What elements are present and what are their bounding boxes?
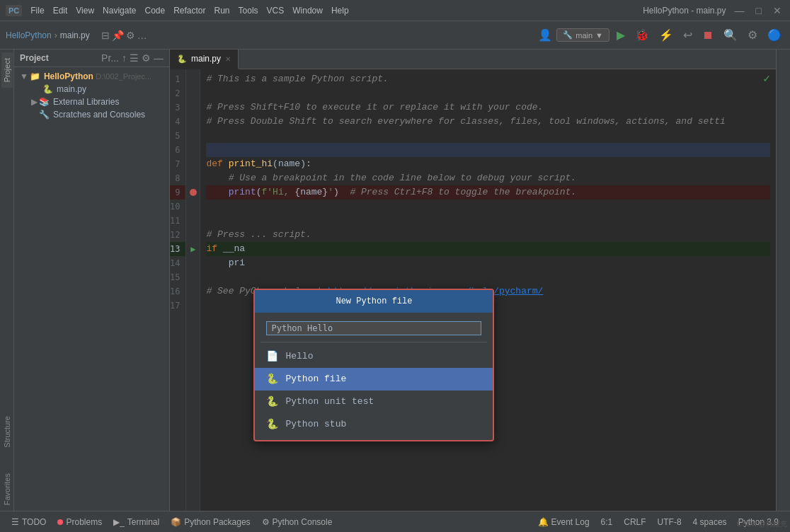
tree-item-mainpy[interactable]: 🐍 main.py [14, 83, 169, 96]
menu-refactor[interactable]: Refactor [173, 6, 205, 16]
sidebar-tab-project[interactable]: Project [1, 52, 13, 88]
ln-17: 17 [170, 299, 185, 313]
code-line-5 [206, 129, 770, 143]
code-line-11 [206, 214, 770, 228]
pin-button[interactable]: 📌 [112, 30, 124, 41]
up-icon[interactable]: ↑ [122, 52, 127, 64]
settings-toolbar-button[interactable]: ⚙ [745, 27, 760, 43]
status-position[interactable]: 6:1 [595, 511, 619, 533]
tab-bar: 🐍 main.py ✕ [170, 50, 776, 69]
tab-close-button[interactable]: ✕ [225, 55, 231, 63]
todo-label: TODO [22, 517, 46, 527]
code-editor: 1 2 3 4 5 6 7 8 9 10 11 12 13 14 15 16 1… [170, 69, 776, 511]
sidebar-tab-structure[interactable]: Structure [1, 410, 13, 453]
code-line-12: # Press ... script. [206, 228, 770, 242]
minimize-button[interactable]: — [732, 5, 748, 16]
tree-item-extlibs[interactable]: ▶ 📚 External Libraries [14, 96, 169, 108]
new-file-input[interactable] [266, 321, 481, 335]
profile-button[interactable]: ↩ [680, 27, 695, 43]
code-text: # Press Shift+F10 to execute it or repla… [206, 100, 543, 115]
gutter-10 [186, 200, 200, 214]
event-log-icon: 🔔 [538, 517, 549, 527]
status-event-log[interactable]: 🔔 Event Log [532, 511, 595, 533]
collapse-all-button[interactable]: ⊟ [101, 30, 110, 41]
maximize-button[interactable]: □ [753, 5, 765, 16]
tab-mainpy[interactable]: 🐍 main.py ✕ [170, 50, 239, 69]
code-text-12: # Press ... script. [206, 228, 311, 242]
sidebar-tab-favorites[interactable]: Favorites [1, 468, 13, 511]
packages-icon: 📦 [171, 517, 181, 527]
menu-bar[interactable]: File Edit View Navigate Code Refactor Ru… [30, 6, 643, 16]
console-icon: ⚙ [262, 517, 270, 527]
gutter: ▶ [186, 69, 200, 511]
status-line-ending[interactable]: CRLF [618, 511, 651, 533]
coverage-button[interactable]: ⚡ [656, 27, 676, 43]
hello-label: Hello [285, 349, 313, 364]
ln-1: 1 [170, 72, 185, 86]
todo-icon: ☰ [11, 517, 19, 527]
ln-12: 12 [170, 228, 185, 242]
popup-item-pythonfile[interactable]: 🐍 Python file [255, 368, 493, 391]
indent-label: 4 spaces [693, 517, 727, 527]
menu-navigate[interactable]: Navigate [103, 6, 136, 16]
fn-paren2: ): [300, 157, 311, 171]
tree-item-scratches[interactable]: ▶ 🔧 Scratches and Consoles [14, 108, 169, 121]
popup-item-hello[interactable]: 📄 Hello [255, 345, 493, 368]
scratches-icon: 🔧 [39, 110, 50, 120]
menu-code[interactable]: Code [144, 6, 165, 16]
add-icon[interactable]: Pr... [101, 52, 119, 64]
menu-file[interactable]: File [30, 6, 44, 16]
menu-view[interactable]: View [76, 6, 94, 16]
breadcrumb-project[interactable]: HelloPython [6, 30, 52, 40]
extlibs-arrow[interactable]: ▶ [31, 97, 38, 107]
menu-vcs[interactable]: VCS [267, 6, 285, 16]
popup-item-stub[interactable]: 🐍 Python stub [255, 413, 493, 436]
menu-run[interactable]: Run [214, 6, 230, 16]
status-encoding[interactable]: UTF-8 [652, 511, 687, 533]
stop-button[interactable]: ⏹ [699, 28, 716, 43]
status-python-packages[interactable]: 📦 Python Packages [165, 511, 256, 533]
status-problems[interactable]: Problems [52, 511, 108, 533]
run-button[interactable]: ▶ [614, 27, 628, 43]
gear-icon[interactable]: ⚙ [142, 52, 151, 64]
kw-if: if [206, 242, 222, 256]
popup-item-unittest[interactable]: 🐍 Python unit test [255, 391, 493, 413]
ln-16: 16 [170, 284, 185, 299]
git-icon[interactable]: 👤 [538, 28, 552, 42]
code-line-15 [206, 270, 770, 284]
ln-11: 11 [170, 214, 185, 228]
status-indent[interactable]: 4 spaces [687, 511, 733, 533]
menu-help[interactable]: Help [331, 6, 349, 16]
code-content[interactable]: ✓ # This is a sample Python script. # Pr… [200, 69, 776, 511]
more-button[interactable]: … [137, 30, 147, 41]
popup-body: 📄 Hello 🐍 Python file 🐍 Pyt [255, 313, 493, 440]
code-line-3: # Press Shift+F10 to execute it or repla… [206, 100, 770, 115]
menu-edit[interactable]: Edit [53, 6, 68, 16]
status-todo[interactable]: ☰ TODO [6, 511, 52, 533]
line-numbers: 1 2 3 4 5 6 7 8 9 10 11 12 13 14 15 16 1… [170, 69, 186, 511]
menu-tools[interactable]: Tools [239, 6, 258, 16]
status-python-console[interactable]: ⚙ Python Console [256, 511, 338, 533]
ln-14: 14 [170, 256, 185, 270]
ln-9: 9 [170, 185, 185, 200]
fstring2: ' [328, 185, 333, 200]
down-icon[interactable]: ☰ [130, 52, 139, 64]
tree-root[interactable]: ▼ 📁 HelloPython D:\002_Projec... [14, 70, 169, 83]
breadcrumb-file[interactable]: main.py [60, 30, 90, 40]
window-controls[interactable]: — □ ✕ [732, 5, 784, 16]
close-button[interactable]: ✕ [770, 5, 784, 16]
status-terminal[interactable]: ▶_ Terminal [108, 511, 165, 533]
gutter-13-exec: ▶ [186, 242, 200, 256]
notifications-button[interactable]: 🔵 [765, 27, 784, 43]
run-config-selector[interactable]: 🔧 main ▼ [556, 28, 609, 42]
menu-window[interactable]: Window [292, 6, 323, 16]
line-ending-label: CRLF [624, 517, 646, 527]
close-panel-icon[interactable]: — [154, 52, 164, 64]
gutter-12 [186, 228, 200, 242]
settings-button[interactable]: ⚙ [126, 30, 135, 41]
stub-icon: 🐍 [266, 417, 278, 432]
search-button[interactable]: 🔍 [721, 27, 740, 43]
toolbar: HelloPython › main.py ⊟ 📌 ⚙ … 👤 🔧 main ▼… [0, 21, 790, 50]
debug-button[interactable]: 🐞 [632, 27, 652, 43]
root-arrow[interactable]: ▼ [20, 71, 28, 81]
